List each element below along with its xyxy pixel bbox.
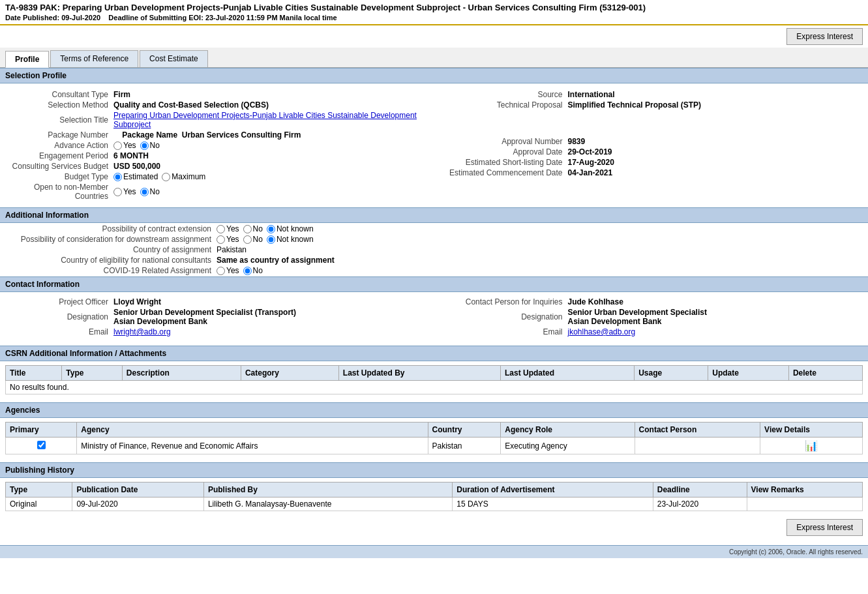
covid-yes-radio[interactable] [217, 267, 225, 275]
right-designation-label: Designation [436, 308, 567, 326]
left-designation-label: Designation [8, 308, 112, 326]
consulting-budget-label: Consulting Services Budget [8, 162, 112, 171]
advance-action-no-radio[interactable] [140, 141, 149, 150]
publishing-history-table: Type Publication Date Published By Durat… [5, 482, 863, 511]
header-bar: TA-9839 PAK: Preparing Urban Development… [0, 0, 868, 25]
selection-method-value: Quality and Cost-Based Selection (QCBS) [113, 100, 432, 110]
downstream-yes-radio[interactable] [217, 235, 225, 244]
csrn-col-type: Type [62, 366, 122, 381]
csrn-col-updated: Last Updated [501, 366, 635, 381]
downstream-row: Possibility of consideration for downstr… [7, 235, 861, 244]
package-number-label: Package Number [8, 130, 112, 140]
ph-col-published-by: Published By [203, 483, 452, 497]
est-commencement-label: Estimated Commencement Date [436, 168, 567, 177]
approval-number-value: 9839 [568, 137, 861, 146]
source-label: Source [436, 90, 567, 99]
bottom-express-interest-button[interactable]: Express Interest [786, 519, 863, 536]
agencies-col-primary: Primary [6, 423, 77, 438]
left-designation-value: Senior Urban Development Specialist (Tra… [113, 308, 432, 326]
selection-title-label: Selection Title [8, 111, 112, 129]
contact-inquiries-value: Jude Kohlhase [568, 297, 861, 306]
agency-primary-checkbox[interactable] [37, 441, 46, 449]
downstream-label: Possibility of consideration for downstr… [7, 235, 215, 244]
view-details-icon[interactable]: 📊 [805, 440, 818, 451]
project-officer-label: Project Officer [8, 297, 112, 306]
source-value: International [568, 90, 861, 99]
page-title: TA-9839 PAK: Preparing Urban Development… [5, 3, 863, 12]
additional-info-header: Additional Information [0, 207, 868, 223]
footer-copyright: Copyright (c) 2006, Oracle. All rights r… [729, 548, 863, 556]
eligibility-row: Country of eligibility for national cons… [7, 256, 861, 265]
tab-profile[interactable]: Profile [5, 51, 49, 68]
covid-value: Yes No [217, 266, 861, 275]
agency-contact-person [635, 438, 760, 454]
csrn-content: Title Type Description Category Last Upd… [0, 365, 868, 394]
selection-profile-content: Consultant Type Firm Selection Method Qu… [0, 83, 868, 207]
agencies-col-role: Agency Role [501, 423, 635, 438]
covid-label: COVID-19 Related Assignment [7, 266, 215, 275]
agencies-header: Agencies [0, 402, 868, 418]
publishing-history-content: Type Publication Date Published By Durat… [0, 482, 868, 511]
right-email-link[interactable]: jkohlhase@adb.org [568, 327, 636, 336]
downstream-notknown-radio[interactable] [267, 235, 275, 244]
covid-no-radio[interactable] [243, 267, 252, 275]
publishing-history-header: Publishing History [0, 462, 868, 478]
agency-primary-checkbox-cell [6, 438, 77, 454]
agencies-content: Primary Agency Country Agency Role Conta… [0, 422, 868, 454]
agency-view-details-cell: 📊 [760, 438, 863, 454]
package-number-value: Package Name Urban Services Consulting F… [113, 130, 432, 140]
left-email-value: lwright@adb.org [113, 327, 432, 336]
ph-deadline: 23-Jul-2020 [653, 497, 747, 511]
footer-bar: Copyright (c) 2006, Oracle. All rights r… [0, 545, 868, 558]
bottom-express-row: Express Interest [0, 515, 868, 540]
tab-cost-estimate[interactable]: Cost Estimate [140, 50, 208, 67]
agency-country: Pakistan [428, 438, 501, 454]
advance-action-label: Advance Action [8, 141, 112, 150]
contract-ext-no-radio[interactable] [243, 225, 252, 233]
ph-duration: 15 DAYS [453, 497, 653, 511]
est-commencement-value: 04-Jan-2021 [568, 168, 861, 177]
left-email-link[interactable]: lwright@adb.org [113, 327, 171, 336]
consultant-type-label: Consultant Type [8, 90, 112, 99]
est-shortlisting-label: Estimated Short-listing Date [436, 158, 567, 167]
tab-terms-of-reference[interactable]: Terms of Reference [50, 50, 138, 67]
selection-title-value: Preparing Urban Development Projects-Pun… [113, 111, 432, 129]
agencies-col-agency: Agency [77, 423, 428, 438]
contract-ext-yes-radio[interactable] [217, 225, 225, 233]
ph-col-duration: Duration of Advertisement [453, 483, 653, 497]
downstream-no-radio[interactable] [243, 235, 252, 244]
ph-remarks [747, 497, 862, 511]
date-published-label: Date Published: [5, 14, 59, 22]
contact-info-content: Project Officer Lloyd Wright Designation… [0, 292, 868, 342]
contact-row: Project Officer Lloyd Wright Designation… [7, 296, 861, 338]
ph-col-type: Type [6, 483, 72, 497]
open-member-yes-radio[interactable] [113, 188, 122, 196]
contract-ext-notknown-radio[interactable] [267, 225, 275, 233]
date-published-value: 09-Jul-2020 [61, 14, 100, 22]
ph-col-remarks: View Remarks [747, 483, 862, 497]
csrn-col-delete: Delete [788, 366, 862, 381]
budget-type-label: Budget Type [8, 172, 112, 181]
selection-title-link[interactable]: Preparing Urban Development Projects-Pun… [113, 111, 417, 129]
downstream-value: Yes No Not known [217, 235, 861, 244]
country-assignment-row: Country of assignment Pakistan [7, 245, 861, 254]
advance-action-yes-radio[interactable] [113, 141, 122, 150]
budget-type-estimated-radio[interactable] [113, 173, 122, 181]
top-express-interest-button[interactable]: Express Interest [786, 28, 863, 45]
agency-row: Ministry of Finance, Revenue and Economi… [6, 438, 863, 454]
ph-row: Original 09-Jul-2020 Lilibeth G. Manalay… [6, 497, 863, 511]
open-member-label: Open to non-Member Countries [8, 183, 112, 201]
country-assignment-label: Country of assignment [7, 245, 215, 254]
budget-type-maximum-radio[interactable] [162, 173, 170, 181]
csrn-no-results: No results found. [6, 381, 863, 394]
csrn-header: CSRN Additional Information / Attachment… [0, 346, 868, 361]
covid-row: COVID-19 Related Assignment Yes No [7, 266, 861, 275]
deadline-label: Deadline of Submitting EOI: [108, 14, 203, 22]
csrn-table: Title Type Description Category Last Upd… [5, 365, 863, 394]
engagement-period-value: 6 MONTH [113, 151, 432, 160]
open-member-no-radio[interactable] [140, 188, 149, 196]
engagement-period-label: Engagement Period [8, 151, 112, 160]
csrn-no-results-row: No results found. [6, 381, 863, 394]
agency-role: Executing Agency [501, 438, 635, 454]
technical-proposal-value: Simplified Technical Proposal (STP) [568, 100, 861, 110]
